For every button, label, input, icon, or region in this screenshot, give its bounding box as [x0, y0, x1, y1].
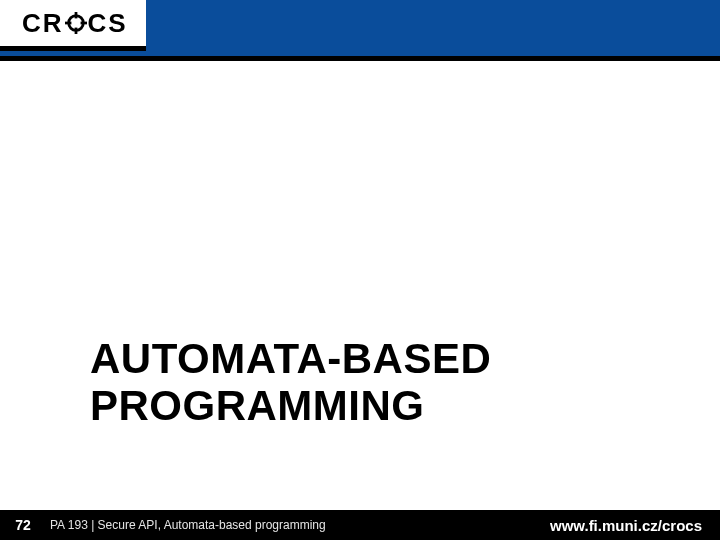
footer-url: www.fi.muni.cz/crocs [550, 517, 702, 534]
crosshair-icon [65, 12, 87, 34]
footer-course-text: PA 193 | Secure API, Automata-based prog… [50, 518, 326, 532]
slide-title: AUTOMATA-BASED PROGRAMMING [90, 335, 491, 429]
logo-text-right: CS [88, 8, 128, 39]
logo-block: CR CS [0, 0, 146, 51]
title-line-2: PROGRAMMING [90, 382, 491, 429]
title-line-1: AUTOMATA-BASED [90, 335, 491, 382]
footer: 72 PA 193 | Secure API, Automata-based p… [0, 510, 720, 540]
logo-text-left: CR [22, 8, 64, 39]
header-underline [0, 56, 720, 61]
logo: CR CS [22, 8, 128, 39]
page-number: 72 [0, 517, 46, 533]
slide: CR CS AUTOMATA-BASED PROGRAMMING 72 PA 1… [0, 0, 720, 540]
